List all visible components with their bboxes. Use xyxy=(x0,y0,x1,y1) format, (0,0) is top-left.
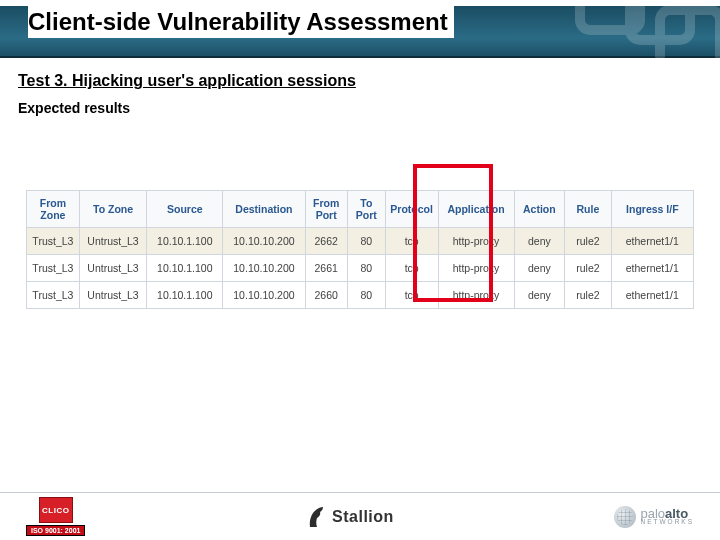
paloalto-subtext: NETWORKS xyxy=(640,519,694,525)
clico-mark: CLICO xyxy=(39,497,73,523)
test-title: Test 3. Hijacking user's application ses… xyxy=(18,72,702,90)
results-table-container: From Zone To Zone Source Destination Fro… xyxy=(26,190,694,309)
cell-destination: 10.10.10.200 xyxy=(223,282,305,309)
cell-to-port: 80 xyxy=(347,228,385,255)
cell-source: 10.10.1.100 xyxy=(147,255,223,282)
cell-destination: 10.10.10.200 xyxy=(223,255,305,282)
stallion-text: Stallion xyxy=(332,508,394,526)
col-to-port: To Port xyxy=(347,191,385,228)
col-source: Source xyxy=(147,191,223,228)
cell-destination: 10.10.10.200 xyxy=(223,228,305,255)
cell-source: 10.10.1.100 xyxy=(147,282,223,309)
cell-action: deny xyxy=(514,228,565,255)
cell-to-port: 80 xyxy=(347,255,385,282)
cell-from-port: 2661 xyxy=(305,255,347,282)
expected-results-label: Expected results xyxy=(18,100,702,116)
sessions-table: From Zone To Zone Source Destination Fro… xyxy=(26,190,694,309)
cell-rule: rule2 xyxy=(565,228,611,255)
iso-badge: ISO 9001: 2001 xyxy=(26,525,85,536)
cell-protocol: tcp xyxy=(385,228,438,255)
slide-title: Client-side Vulnerability Assessment xyxy=(28,6,454,38)
cell-application: http-proxy xyxy=(438,228,514,255)
col-action: Action xyxy=(514,191,565,228)
cell-ingress-if: ethernet1/1 xyxy=(611,282,693,309)
table-header-row: From Zone To Zone Source Destination Fro… xyxy=(27,191,694,228)
cell-rule: rule2 xyxy=(565,255,611,282)
cell-from-zone: Trust_L3 xyxy=(27,228,80,255)
col-from-port: From Port xyxy=(305,191,347,228)
paloalto-text: paloalto NETWORKS xyxy=(640,508,694,526)
table-row: Trust_L3 Untrust_L3 10.10.1.100 10.10.10… xyxy=(27,282,694,309)
col-destination: Destination xyxy=(223,191,305,228)
col-ingress-if: Ingress I/F xyxy=(611,191,693,228)
cell-application: http-proxy xyxy=(438,282,514,309)
cell-action: deny xyxy=(514,282,565,309)
col-rule: Rule xyxy=(565,191,611,228)
cell-to-zone: Untrust_L3 xyxy=(79,228,147,255)
cell-protocol: tcp xyxy=(385,255,438,282)
stallion-logo: Stallion xyxy=(306,505,394,529)
cell-source: 10.10.1.100 xyxy=(147,228,223,255)
clico-logo: CLICO ISO 9001: 2001 xyxy=(26,497,85,536)
cell-to-port: 80 xyxy=(347,282,385,309)
cell-to-zone: Untrust_L3 xyxy=(79,255,147,282)
horse-icon xyxy=(306,505,328,529)
col-from-zone: From Zone xyxy=(27,191,80,228)
slide-header: Client-side Vulnerability Assessment xyxy=(0,0,720,58)
table-row: Trust_L3 Untrust_L3 10.10.1.100 10.10.10… xyxy=(27,255,694,282)
cell-action: deny xyxy=(514,255,565,282)
cell-from-zone: Trust_L3 xyxy=(27,255,80,282)
cell-ingress-if: ethernet1/1 xyxy=(611,255,693,282)
cell-to-zone: Untrust_L3 xyxy=(79,282,147,309)
col-to-zone: To Zone xyxy=(79,191,147,228)
header-decoration xyxy=(520,0,720,58)
cell-application: http-proxy xyxy=(438,255,514,282)
table-row: Trust_L3 Untrust_L3 10.10.1.100 10.10.10… xyxy=(27,228,694,255)
slide-footer: CLICO ISO 9001: 2001 Stallion paloalto N… xyxy=(0,492,720,540)
cell-from-port: 2662 xyxy=(305,228,347,255)
cell-protocol: tcp xyxy=(385,282,438,309)
cell-rule: rule2 xyxy=(565,282,611,309)
subheader-block: Test 3. Hijacking user's application ses… xyxy=(0,58,720,116)
cell-from-port: 2660 xyxy=(305,282,347,309)
cell-ingress-if: ethernet1/1 xyxy=(611,228,693,255)
col-application: Application xyxy=(438,191,514,228)
cell-from-zone: Trust_L3 xyxy=(27,282,80,309)
globe-icon xyxy=(614,506,636,528)
paloalto-logo: paloalto NETWORKS xyxy=(614,506,694,528)
col-protocol: Protocol xyxy=(385,191,438,228)
